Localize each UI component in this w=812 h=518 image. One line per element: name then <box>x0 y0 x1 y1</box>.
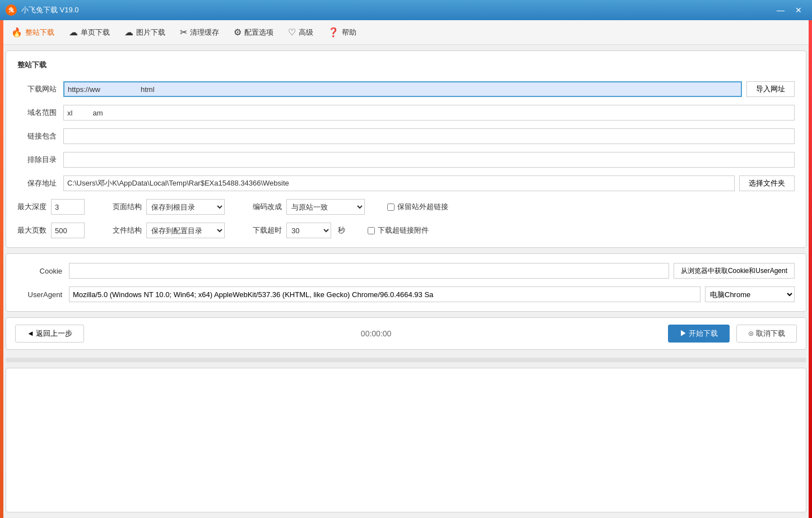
question-icon: ❓ <box>328 27 339 38</box>
right-accent <box>809 20 812 518</box>
exclude-dir-input[interactable] <box>63 152 795 168</box>
back-button[interactable]: ◄ 返回上一步 <box>15 325 84 343</box>
cookie-panel: Cookie 从浏览器中获取Cookie和UserAgent UserAgent… <box>6 253 806 312</box>
timeout-label: 下载超时 <box>253 225 282 235</box>
toolbar-label-single-page: 单页下载 <box>81 27 110 38</box>
title-bar: 兔 小飞兔下载 V19.0 — ✕ <box>0 0 812 20</box>
settings-row-2: 最大页数 文件结构 保存到配置目录 保存到根目录 下载超时 30 60 120 … <box>17 223 795 238</box>
app-icon: 兔 <box>6 4 17 16</box>
keep-external-checkbox[interactable] <box>387 203 395 211</box>
toolbar-btn-image[interactable]: ☁ 图片下载 <box>118 24 172 40</box>
heart-icon: ♡ <box>288 27 296 38</box>
max-depth-group: 最大深度 <box>17 199 85 215</box>
download-hyperlink-checkbox[interactable] <box>368 227 375 234</box>
link-include-input[interactable] <box>63 128 795 144</box>
cookie-input[interactable] <box>69 263 669 279</box>
max-pages-group: 最大页数 <box>17 223 85 238</box>
minimize-button[interactable]: — <box>773 3 788 17</box>
url-row: 下载网站 导入网址 <box>17 81 795 97</box>
toolbar-label-help: 帮助 <box>342 27 356 38</box>
window-controls: — ✕ <box>773 3 806 17</box>
url-input[interactable] <box>63 81 742 97</box>
toolbar-label-image: 图片下载 <box>136 27 165 38</box>
exclude-dir-row: 排除目录 <box>17 152 795 168</box>
toolbar-label-clear: 清理缓存 <box>190 27 219 38</box>
select-folder-button[interactable]: 选择文件夹 <box>739 175 795 191</box>
main-settings-panel: 整站下载 下载网站 导入网址 域名范围 链接包含 排除目录 保存地址 选择文件夹 <box>6 50 806 248</box>
save-path-input[interactable] <box>63 175 735 191</box>
ua-label: UserAgent <box>17 290 62 299</box>
app-title: 小飞兔下载 V19.0 <box>21 5 773 15</box>
page-structure-label: 页面结构 <box>113 202 142 212</box>
fire-icon: 🔥 <box>11 27 22 38</box>
save-path-row: 保存地址 选择文件夹 <box>17 175 795 191</box>
domain-input[interactable] <box>63 105 795 121</box>
file-structure-label: 文件结构 <box>113 225 142 235</box>
bottom-bar: ◄ 返回上一步 00:00:00 ▶ 开始下载 ⊙ 取消下载 <box>6 317 806 350</box>
ua-type-select[interactable]: 电脑Chrome 移动端Chrome Firefox Safari <box>705 286 795 302</box>
max-pages-label: 最大页数 <box>17 225 47 235</box>
cookie-row: Cookie 从浏览器中获取Cookie和UserAgent <box>17 263 795 279</box>
progress-bar-container <box>6 358 806 362</box>
log-area <box>6 368 806 512</box>
timeout-unit: 秒 <box>338 225 345 235</box>
toolbar-label-whole-site: 整站下载 <box>25 27 54 38</box>
main-content: 整站下载 下载网站 导入网址 域名范围 链接包含 排除目录 保存地址 选择文件夹 <box>0 45 812 518</box>
toolbar-btn-config[interactable]: ⚙ 配置选项 <box>227 24 280 40</box>
toolbar-label-config: 配置选项 <box>244 27 273 38</box>
encoding-select[interactable]: 与原站一致 UTF-8 GBK <box>286 199 365 215</box>
file-structure-group: 文件结构 保存到配置目录 保存到根目录 <box>113 223 225 238</box>
keep-external-label: 保留站外超链接 <box>397 202 448 212</box>
domain-row: 域名范围 <box>17 105 795 121</box>
settings-row-1: 最大深度 页面结构 保存到根目录 保存到配置目录 编码改成 与原站一致 UTF-… <box>17 199 795 215</box>
scissors-icon: ✂ <box>180 27 187 38</box>
panel-title: 整站下载 <box>17 60 795 72</box>
import-url-button[interactable]: 导入网址 <box>746 81 795 97</box>
url-label: 下载网站 <box>17 84 57 94</box>
toolbar: 🔥 整站下载 ☁ 单页下载 ☁ 图片下载 ✂ 清理缓存 ⚙ 配置选项 ♡ 高级 … <box>0 20 812 45</box>
max-pages-input[interactable] <box>51 223 85 238</box>
save-path-label: 保存地址 <box>17 178 57 188</box>
encoding-group: 编码改成 与原站一致 UTF-8 GBK <box>253 199 365 215</box>
link-include-label: 链接包含 <box>17 131 57 141</box>
cloud-icon-image: ☁ <box>124 27 133 38</box>
cookie-label: Cookie <box>17 267 62 275</box>
exclude-dir-label: 排除目录 <box>17 155 57 165</box>
cloud-icon-single: ☁ <box>69 27 78 38</box>
toolbar-btn-single-page[interactable]: ☁ 单页下载 <box>62 24 117 40</box>
keep-external-group: 保留站外超链接 <box>387 202 448 212</box>
timer-display: 00:00:00 <box>91 329 661 338</box>
ua-row: UserAgent 电脑Chrome 移动端Chrome Firefox Saf… <box>17 286 795 302</box>
toolbar-label-advanced: 高级 <box>299 27 313 38</box>
cancel-download-button[interactable]: ⊙ 取消下载 <box>736 325 797 343</box>
domain-label: 域名范围 <box>17 108 57 118</box>
timeout-select[interactable]: 30 60 120 <box>286 223 331 238</box>
toolbar-btn-advanced[interactable]: ♡ 高级 <box>281 24 320 40</box>
fetch-cookie-button[interactable]: 从浏览器中获取Cookie和UserAgent <box>674 263 795 279</box>
page-structure-group: 页面结构 保存到根目录 保存到配置目录 <box>113 199 225 215</box>
link-include-row: 链接包含 <box>17 128 795 144</box>
start-download-button[interactable]: ▶ 开始下载 <box>668 325 730 343</box>
file-structure-select[interactable]: 保存到配置目录 保存到根目录 <box>146 223 225 238</box>
toolbar-btn-clear[interactable]: ✂ 清理缓存 <box>173 24 226 40</box>
download-hyperlink-group: 下载超链接附件 <box>368 225 429 235</box>
page-structure-select[interactable]: 保存到根目录 保存到配置目录 <box>146 199 225 215</box>
left-accent <box>0 20 3 518</box>
close-button[interactable]: ✕ <box>791 3 806 17</box>
ua-input[interactable] <box>69 286 700 302</box>
encoding-label: 编码改成 <box>253 202 282 212</box>
toolbar-btn-whole-site[interactable]: 🔥 整站下载 <box>4 24 61 40</box>
timeout-group: 下载超时 30 60 120 秒 <box>253 223 345 238</box>
max-depth-label: 最大深度 <box>17 202 47 212</box>
toolbar-btn-help[interactable]: ❓ 帮助 <box>321 24 363 40</box>
max-depth-input[interactable] <box>51 199 85 215</box>
download-hyperlink-label: 下载超链接附件 <box>378 225 429 235</box>
gear-icon: ⚙ <box>234 27 242 38</box>
